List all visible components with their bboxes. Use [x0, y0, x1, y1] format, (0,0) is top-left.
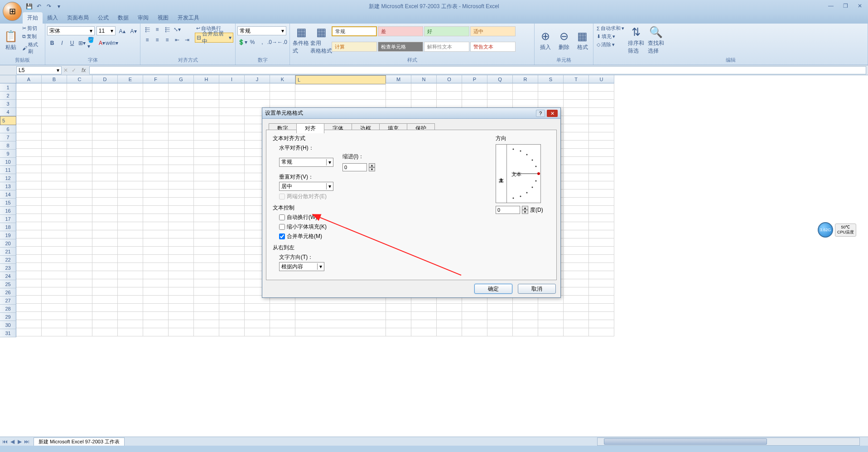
cancel-button[interactable]: 取消 — [518, 284, 556, 294]
fill-button[interactable]: ⬇填充▾ — [595, 33, 626, 40]
ribbon-tab[interactable]: 视图 — [153, 12, 173, 24]
spin-down-icon[interactable]: ▼ — [369, 167, 375, 171]
fill-color-button[interactable]: 🪣▾ — [87, 38, 97, 48]
find-select-button[interactable]: 🔍查找和 选择 — [646, 24, 665, 56]
text-direction-select[interactable]: 根据内容▾ — [279, 262, 324, 271]
column-header[interactable]: I — [219, 75, 245, 83]
dialog-titlebar[interactable]: 设置单元格格式 ? ✕ — [262, 108, 560, 119]
ribbon-tab[interactable]: 开发工具 — [173, 12, 204, 24]
row-header[interactable]: 25 — [0, 280, 16, 288]
cell-style-item[interactable]: 计算 — [332, 42, 377, 52]
ribbon-tab[interactable]: 页面布局 — [63, 12, 93, 24]
decrease-decimal-button[interactable]: ←.0 — [277, 37, 287, 47]
autosum-button[interactable]: Σ自动求和▾ — [595, 24, 626, 32]
vertical-align-select[interactable]: 居中▾ — [279, 182, 333, 191]
row-header[interactable]: 19 — [0, 231, 16, 239]
row-header[interactable]: 4 — [0, 108, 16, 116]
column-header[interactable]: M — [386, 75, 411, 83]
row-header[interactable]: 15 — [0, 199, 16, 207]
row-header[interactable]: 11 — [0, 166, 16, 174]
number-format-combo[interactable]: 常规▾ — [237, 26, 286, 35]
restore-icon[interactable]: ❐ — [840, 2, 851, 10]
ribbon-tab[interactable]: 审阅 — [133, 12, 153, 24]
column-header[interactable]: G — [169, 75, 194, 83]
shrink-fit-checkbox[interactable] — [279, 224, 285, 230]
increase-font-button[interactable]: A▴ — [117, 26, 127, 36]
row-header[interactable]: 18 — [0, 223, 16, 231]
row-header[interactable]: 13 — [0, 182, 16, 190]
column-header[interactable]: S — [538, 75, 564, 83]
spin-up-icon[interactable]: ▲ — [369, 163, 375, 167]
column-header[interactable]: Q — [487, 75, 513, 83]
row-header[interactable]: 17 — [0, 215, 16, 223]
column-header[interactable]: H — [194, 75, 219, 83]
increase-indent-button[interactable]: ⇥ — [182, 35, 192, 45]
comma-button[interactable]: , — [257, 37, 267, 47]
copy-button[interactable]: ⧉复制 — [21, 33, 43, 40]
dialog-close-button[interactable]: ✕ — [547, 110, 558, 117]
cell-style-item[interactable]: 解释性文本 — [424, 42, 469, 52]
align-middle-button[interactable]: ≡ — [152, 24, 162, 34]
row-header[interactable]: 8 — [0, 141, 16, 150]
column-header[interactable]: O — [437, 75, 462, 83]
row-header[interactable]: 22 — [0, 256, 16, 264]
format-painter-button[interactable]: 🖌格式刷 — [21, 41, 43, 55]
phonetic-button[interactable]: wén▾ — [107, 38, 117, 48]
row-header[interactable]: 20 — [0, 239, 16, 248]
column-header[interactable]: B — [42, 75, 67, 83]
font-name-combo[interactable]: 宋体▾ — [47, 26, 95, 35]
ribbon-tab[interactable]: 公式 — [93, 12, 113, 24]
row-header[interactable]: 12 — [0, 174, 16, 182]
row-header[interactable]: 29 — [0, 313, 16, 321]
redo-icon[interactable]: ↷ — [45, 2, 53, 10]
column-header[interactable]: F — [143, 75, 169, 83]
align-top-button[interactable]: ⬱ — [142, 24, 152, 34]
cell-style-item[interactable]: 差 — [378, 26, 423, 36]
row-header[interactable]: 2 — [0, 92, 16, 100]
row-header[interactable]: 31 — [0, 329, 16, 337]
font-size-combo[interactable]: 11▾ — [96, 26, 116, 35]
align-bottom-button[interactable]: ⬱ — [162, 24, 172, 34]
column-header[interactable]: R — [513, 75, 538, 83]
ribbon-tab[interactable]: 数据 — [113, 12, 133, 24]
orientation-button[interactable]: ⤡▾ — [172, 24, 182, 34]
merge-center-button[interactable]: ⊟合并后居中▾ — [195, 33, 233, 43]
column-header[interactable]: T — [564, 75, 589, 83]
row-header[interactable]: 9 — [0, 150, 16, 158]
scroll-thumb[interactable] — [604, 438, 767, 445]
enter-formula-icon[interactable]: ✓ — [72, 67, 76, 73]
row-header[interactable]: 6 — [0, 125, 16, 133]
paste-button[interactable]: 📋粘贴 — [2, 24, 20, 56]
sheet-tab[interactable]: 新建 Microsoft Excel 97-2003 工作表 — [34, 437, 125, 446]
align-right-button[interactable]: ≡ — [162, 35, 172, 45]
dialog-tab[interactable]: 对齐 — [296, 123, 324, 133]
delete-button[interactable]: ⊖删除 — [555, 24, 573, 56]
ribbon-tab[interactable]: 插入 — [43, 12, 63, 24]
align-center-button[interactable]: ≡ — [152, 35, 162, 45]
column-header[interactable]: E — [118, 75, 143, 83]
percent-button[interactable]: % — [247, 37, 257, 47]
column-header[interactable]: J — [245, 75, 270, 83]
row-header[interactable]: 1 — [0, 83, 16, 92]
align-left-button[interactable]: ≡ — [142, 35, 152, 45]
row-header[interactable]: 3 — [0, 100, 16, 108]
currency-button[interactable]: 💲▾ — [237, 37, 247, 47]
fx-icon[interactable]: fx — [82, 67, 86, 73]
decrease-indent-button[interactable]: ⇤ — [172, 35, 182, 45]
conditional-format-button[interactable]: ▦条件格式 — [292, 24, 311, 56]
column-header[interactable]: N — [411, 75, 437, 83]
office-button[interactable]: ⊞ — [3, 2, 22, 21]
cell-style-item[interactable]: 警告文本 — [470, 42, 516, 52]
degrees-input[interactable] — [496, 206, 520, 214]
column-header[interactable]: C — [67, 75, 92, 83]
row-header[interactable]: 5 — [0, 116, 16, 125]
format-button[interactable]: ▦格式 — [574, 24, 591, 56]
row-header[interactable]: 28 — [0, 305, 16, 313]
cell-styles-gallery[interactable]: 常规差好适中计算检查单元格解释性文本警告文本 — [332, 24, 516, 56]
horizontal-align-select[interactable]: 常规▾ — [279, 158, 333, 167]
decrease-font-button[interactable]: A▾ — [129, 26, 138, 36]
sheet-nav[interactable]: ⏮◀▶⏭ — [0, 438, 32, 445]
clear-button[interactable]: ◇清除▾ — [595, 41, 626, 49]
row-header[interactable]: 16 — [0, 207, 16, 215]
increase-decimal-button[interactable]: .0→ — [267, 37, 277, 47]
